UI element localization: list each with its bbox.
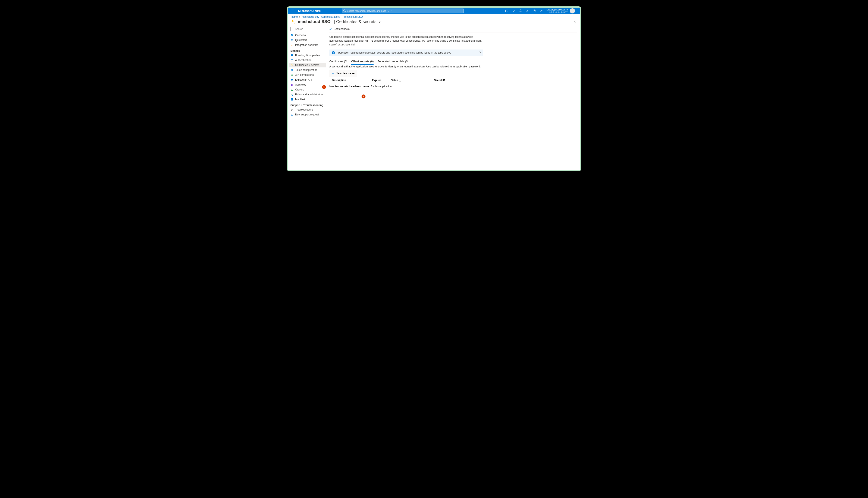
nav-integration-assistant[interactable]: Integration assistant — [289, 43, 326, 47]
banner-close-button[interactable]: ✕ — [479, 51, 482, 54]
svg-rect-11 — [292, 36, 293, 36]
title-more-button[interactable]: ··· — [383, 20, 387, 23]
global-search-wrap — [342, 9, 464, 13]
annotation-badge-2: 2 — [361, 94, 366, 99]
nav-expose-api[interactable]: Expose an API — [289, 77, 326, 82]
col-description: Description — [329, 79, 372, 82]
search-icon — [343, 9, 346, 12]
col-expires: Expires — [372, 79, 391, 82]
svg-point-26 — [291, 94, 292, 94]
svg-rect-1 — [505, 10, 508, 12]
help-button[interactable] — [531, 8, 538, 14]
nav-new-support-request[interactable]: New support request — [289, 112, 326, 117]
svg-rect-10 — [291, 36, 292, 36]
svg-point-0 — [343, 10, 345, 11]
secrets-tabs: Certificates (0) Client secrets (0) Fede… — [329, 59, 577, 65]
page-description: Credentials enable confidential applicat… — [329, 35, 483, 47]
crumb-app-registrations[interactable]: meshcloud-dev | App registrations — [302, 15, 341, 18]
hamburger-icon — [291, 10, 294, 12]
nav-token-configuration[interactable]: Token configuration — [289, 68, 326, 72]
tab-description: A secret string that the application use… — [329, 65, 577, 68]
app-key-icon — [291, 19, 296, 24]
tab-federated-credentials[interactable]: Federated credentials (0) — [378, 59, 408, 65]
directories-button[interactable] — [510, 8, 517, 14]
nav-group-manage: Manage — [289, 48, 326, 53]
new-client-secret-button[interactable]: ＋ New client secret — [329, 70, 357, 77]
nav-app-roles[interactable]: App roles — [289, 82, 326, 87]
notifications-button[interactable] — [517, 8, 524, 14]
global-search-input[interactable] — [342, 9, 464, 13]
nav-certificates-secrets[interactable]: Certificates & secrets — [289, 63, 326, 67]
svg-rect-22 — [292, 80, 292, 81]
pin-button[interactable] — [379, 21, 381, 23]
api-permissions-icon — [291, 74, 293, 76]
plus-icon: ＋ — [331, 71, 334, 75]
crumb-current[interactable]: meshcloud SSO — [344, 15, 363, 18]
manifest-icon — [291, 98, 293, 101]
sidebar-search-input[interactable] — [291, 27, 328, 31]
empty-state-text: No client secrets have been created for … — [329, 83, 577, 90]
new-client-secret-label: New client secret — [336, 72, 355, 75]
close-blade-button[interactable]: ✕ — [573, 19, 576, 24]
account-email: fzieger@meshcloud.io — [547, 9, 568, 11]
quickstart-icon — [291, 39, 293, 42]
owners-icon — [291, 88, 293, 91]
svg-point-12 — [292, 44, 292, 44]
header-more-button[interactable]: ⋮ — [576, 9, 580, 13]
nav-roles-admins[interactable]: Roles and administrators — [289, 92, 326, 97]
person-feedback-icon — [539, 9, 542, 12]
info-banner: i Application registration certificates,… — [329, 50, 483, 56]
breadcrumb: Home › meshcloud-dev | App registrations… — [288, 14, 580, 19]
svg-point-19 — [292, 70, 292, 70]
nav-overview[interactable]: Overview — [289, 33, 326, 38]
help-icon — [533, 9, 536, 12]
bell-icon — [519, 9, 522, 12]
troubleshooting-icon — [291, 108, 293, 111]
svg-point-6 — [292, 21, 293, 21]
filter-icon — [512, 9, 515, 12]
menu-toggle-button[interactable] — [288, 8, 297, 14]
support-request-icon — [291, 113, 293, 116]
nav-manifest[interactable]: Manifest — [289, 97, 326, 102]
feedback-button[interactable]: Got feedback? — [329, 25, 577, 32]
integration-assistant-icon — [291, 43, 293, 47]
cloud-shell-button[interactable] — [503, 8, 510, 14]
tab-certificates[interactable]: Certificates (0) — [329, 59, 347, 65]
roles-admins-icon — [291, 93, 293, 96]
certificates-icon — [291, 64, 293, 67]
nav-api-permissions[interactable]: API permissions — [289, 73, 326, 77]
svg-point-24 — [292, 84, 293, 85]
global-header: Microsoft Azure fzieger@meshcloud.io MES… — [288, 8, 580, 14]
token-config-icon — [291, 68, 293, 71]
brand-label: Microsoft Azure — [298, 9, 321, 13]
account-tenant: MESHCLOUD-DEV — [549, 11, 568, 13]
settings-button[interactable] — [524, 8, 531, 14]
nav-quickstart[interactable]: Quickstart — [289, 38, 326, 42]
feedback-label: Got feedback? — [334, 27, 350, 30]
expose-api-icon — [291, 78, 293, 81]
app-roles-icon — [291, 83, 293, 86]
info-icon[interactable]: i — [399, 79, 401, 81]
gear-icon — [526, 9, 529, 12]
person-feedback-icon — [329, 27, 332, 30]
svg-rect-14 — [291, 55, 293, 55]
nav-authentication[interactable]: Authentication — [289, 58, 326, 63]
avatar[interactable] — [570, 8, 575, 13]
branding-icon — [291, 54, 293, 57]
nav-troubleshooting[interactable]: Troubleshooting — [289, 107, 326, 112]
col-secret-id: Secret ID — [434, 79, 483, 82]
tab-client-secrets[interactable]: Client secrets (0) — [352, 59, 374, 65]
svg-point-4 — [540, 10, 541, 11]
nav-branding[interactable]: Branding & properties — [289, 53, 326, 57]
svg-rect-8 — [291, 34, 292, 35]
svg-point-17 — [291, 64, 292, 65]
nav-group-support: Support + Troubleshooting — [289, 102, 326, 107]
account-info[interactable]: fzieger@meshcloud.io MESHCLOUD-DEV — [545, 9, 569, 13]
svg-point-2 — [527, 11, 528, 11]
sidebar: « Overview Quickstart Integration assist… — [288, 25, 326, 170]
nav-owners[interactable]: Owners — [289, 87, 326, 92]
crumb-home[interactable]: Home — [291, 15, 298, 18]
feedback-button[interactable] — [538, 8, 545, 14]
secrets-table-header: Description Expires Valuei Secret ID — [329, 77, 483, 83]
cloud-shell-icon — [505, 10, 508, 12]
